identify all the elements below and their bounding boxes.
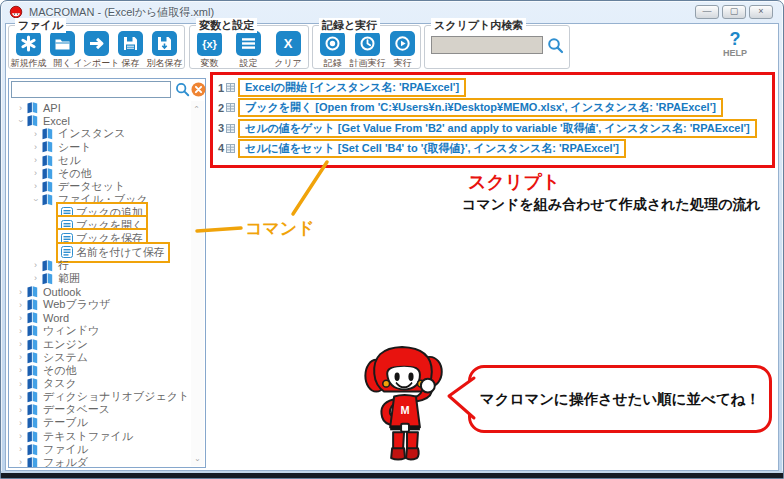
book-icon [26,390,39,403]
chevron-icon[interactable]: › [15,365,26,375]
script-search-input[interactable] [431,36,543,54]
variable-button[interactable]: {x}変数 [197,31,222,70]
app-icon [9,5,23,19]
chevron-icon[interactable]: › [30,181,41,191]
tree-item[interactable]: ›エンジン [9,338,191,351]
book-icon [26,298,39,311]
new-icon [16,31,41,56]
chevron-icon[interactable]: › [30,142,41,152]
tree-item[interactable]: ›テキストファイル [9,430,191,443]
toolbar-button-label: クリア [274,57,302,70]
tree-item[interactable]: ›インスタンス [9,127,191,140]
run-button[interactable]: 実行 [390,31,415,70]
chevron-icon[interactable]: › [30,273,41,283]
chevron-icon[interactable]: › [15,379,26,389]
tree-item[interactable]: ›ウィンドウ [9,324,191,337]
grid-icon [226,144,235,153]
tree-item[interactable]: ›シート [9,140,191,153]
tree-item[interactable]: ›システム [9,351,191,364]
script-line[interactable]: 1Excelの開始 [インスタンス名: 'RPAExcel'] [215,78,466,97]
help-button[interactable]: ? HELP [712,30,758,58]
new-button[interactable]: 新規作成 [16,31,41,70]
toolbar-group: 記録と実行記録計画実行実行 [312,25,421,69]
book-icon [26,285,39,298]
toolbar-button-label: 記録 [324,57,342,70]
chevron-icon[interactable]: › [30,129,41,139]
toolbar-button-label: 保存 [122,57,140,70]
maximize-button[interactable]: ▢ [722,5,746,19]
tree-item[interactable]: ›テーブル [9,416,191,429]
script-line-number: 4 [215,142,224,154]
chevron-icon[interactable]: › [31,194,41,205]
tree-item[interactable]: ›Excel [9,114,191,127]
script-line[interactable]: 3セルの値をゲット [Get Value From 'B2' and apply… [215,119,757,138]
tree-item[interactable]: 名前を付けて保存 [9,246,191,259]
tree-item[interactable]: ›セル [9,154,191,167]
chevron-icon[interactable]: › [15,313,26,323]
tree-scrollbar: › › [191,101,204,466]
settings-icon [236,31,261,56]
tree-item-label: Excel [43,115,70,127]
tree-item[interactable]: ›タスク [9,377,191,390]
tree-item[interactable]: ›Word [9,311,191,324]
tree-item[interactable]: ›Outlook [9,285,191,298]
settings-button[interactable]: 設定 [236,31,261,70]
tree-item[interactable]: ›データセット [9,180,191,193]
tree-item-label: Word [43,312,69,324]
book-icon [41,127,54,140]
tree-item[interactable]: ›その他 [9,364,191,377]
import-button[interactable]: インポート [84,31,109,70]
help-icon: ? [712,30,758,48]
chevron-icon[interactable]: › [15,339,26,349]
book-icon [41,140,54,153]
chevron-icon[interactable]: › [15,287,26,297]
chevron-icon[interactable]: › [15,431,26,441]
tree-item[interactable]: ›ファイル [9,443,191,456]
script-line[interactable]: 4セルに値をセット [Set Cell 'B4' to '{取得値}', インス… [215,139,626,158]
plan-run-icon [355,31,380,56]
sidebar-search-icon[interactable] [175,82,190,101]
chevron-icon[interactable]: › [15,418,26,428]
tree-item[interactable]: ›ディクショナリオブジェクト [9,390,191,403]
chevron-icon[interactable]: › [30,168,41,178]
record-button[interactable]: 記録 [320,31,345,70]
chevron-icon[interactable]: › [15,352,26,362]
tree-item[interactable]: ›API [9,101,191,114]
sidebar-search-clear-icon[interactable] [191,82,206,101]
titlebar[interactable]: MACROMAN - (Excelから値取得.xml) [1,1,783,23]
sidebar-search-input[interactable] [11,81,171,98]
clear-icon: X [276,31,301,56]
search-icon[interactable] [547,37,564,54]
toolbar-button-label: 実行 [394,57,412,70]
save-as-button[interactable]: 別名保存 [152,31,177,70]
scrollbar-down-arrow[interactable]: › [191,454,204,466]
tree-item[interactable]: ›その他 [9,167,191,180]
chevron-icon[interactable]: › [15,405,26,415]
chevron-icon[interactable]: › [16,115,26,126]
close-button[interactable]: × [749,5,773,19]
tree-item[interactable]: ›データベース [9,403,191,416]
save-button[interactable]: 保存 [118,31,143,70]
script-line[interactable]: 2ブックを開く [Open from 'C:¥Users¥n.i¥Desktop… [215,98,723,117]
scrollbar-up-arrow[interactable]: › [191,101,204,113]
tree-item[interactable]: ›範囲 [9,272,191,285]
chevron-icon[interactable]: › [15,300,26,310]
chevron-icon[interactable]: › [15,326,26,336]
minimize-button[interactable]: — [695,5,719,19]
tree-item[interactable]: ›フォルダ [9,456,191,467]
chevron-icon[interactable]: › [15,444,26,454]
plan-run-button[interactable]: 計画実行 [355,31,380,70]
chevron-icon[interactable]: › [15,457,26,467]
tree-item-label: Outlook [43,286,81,298]
open-button[interactable]: 開く [50,31,75,70]
chevron-icon[interactable]: › [30,155,41,165]
clear-button[interactable]: Xクリア [275,31,301,70]
speech-bubble-text: マクロマンに操作させたい順に並べてね！ [480,390,760,409]
chevron-icon[interactable]: › [15,103,26,113]
command-sidebar: ›API›Excel›インスタンス›シート›セル›その他›データセット›ファイル… [8,78,206,468]
toolbar-button-label: 変数 [201,57,219,70]
toolbar-group-label: ファイル [15,18,66,33]
tree-item[interactable]: ›Webブラウザ [9,298,191,311]
chevron-icon[interactable]: › [30,260,41,270]
chevron-icon[interactable]: › [15,392,26,402]
